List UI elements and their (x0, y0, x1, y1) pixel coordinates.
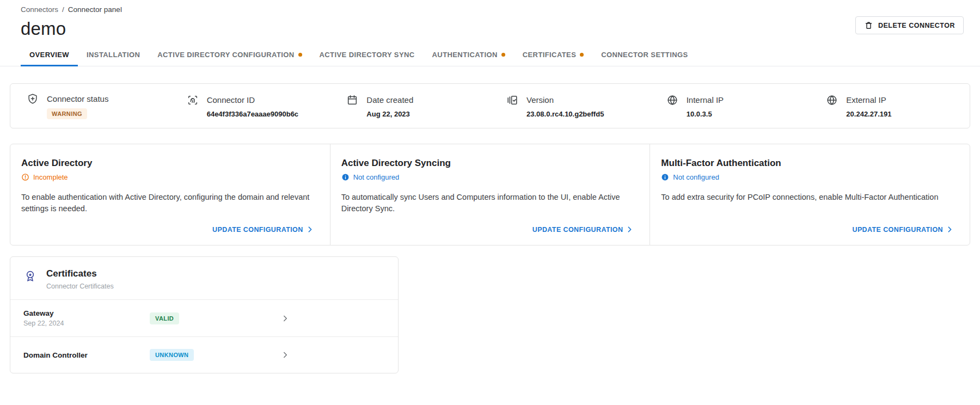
status-cards-row: Active Directory Incomplete To enable au… (10, 144, 970, 246)
connector-id-value: 64e4f3f336a7eaaae9090b6c (207, 110, 298, 118)
update-configuration-label: UPDATE CONFIGURATION (212, 226, 303, 234)
card-status-label: Not configured (673, 173, 719, 181)
breadcrumb-separator: / (62, 5, 64, 14)
info-connector-status: Connector status WARNING (10, 93, 170, 119)
internal-ip-value: 10.0.3.5 (687, 110, 724, 118)
card-status: Not configured (661, 173, 954, 181)
certificate-expiry-date: Sep 22, 2024 (23, 320, 150, 327)
update-configuration-label: UPDATE CONFIGURATION (532, 226, 623, 234)
delete-connector-label: DELETE CONNECTOR (878, 22, 955, 29)
tab-connector-settings-label: CONNECTOR SETTINGS (601, 51, 688, 59)
date-created-value: Aug 22, 2023 (366, 110, 413, 118)
info-label: Version (526, 94, 604, 106)
page-title: demo (21, 19, 964, 39)
delete-connector-button[interactable]: DELETE CONNECTOR (855, 16, 964, 34)
globe-icon (666, 94, 678, 106)
chevron-right-icon (945, 225, 954, 234)
chevron-right-icon (280, 314, 290, 323)
certificates-header: Certificates Connector Certificates (10, 257, 398, 300)
notification-dot-icon (580, 53, 584, 57)
tab-installation[interactable]: INSTALLATION (78, 48, 149, 66)
info-internal-ip: Internal IP 10.0.3.5 (650, 94, 810, 118)
certificate-status-badge: VALID (150, 312, 179, 324)
tab-active-directory-sync[interactable]: ACTIVE DIRECTORY SYNC (311, 48, 424, 66)
notification-dot-icon (501, 53, 505, 57)
info-external-ip: External IP 20.242.27.191 (810, 94, 970, 118)
card-multi-factor-authentication: Multi-Factor Authentication Not configur… (650, 144, 970, 245)
certificate-name: Domain Controller (23, 351, 150, 359)
info-label: Date created (366, 94, 413, 106)
info-label: Connector status (47, 93, 108, 105)
breadcrumb-connectors-link[interactable]: Connectors (21, 5, 58, 14)
info-circle-icon (661, 173, 669, 181)
chevron-right-icon (625, 225, 634, 234)
globe-icon (826, 94, 838, 106)
version-value: 23.08.0.rc4.10.g2beffd5 (526, 110, 604, 118)
info-circle-icon (341, 173, 350, 181)
card-status: Not configured (341, 173, 635, 181)
info-label: Internal IP (687, 94, 724, 106)
info-date-created: Date created Aug 22, 2023 (330, 94, 490, 118)
card-title: Active Directory Syncing (341, 158, 635, 169)
update-configuration-link[interactable]: UPDATE CONFIGURATION (532, 225, 635, 234)
tab-active-directory-sync-label: ACTIVE DIRECTORY SYNC (320, 51, 415, 59)
external-ip-value: 20.242.27.191 (846, 110, 891, 118)
info-version: Version 23.08.0.rc4.10.g2beffd5 (490, 94, 650, 118)
certificate-status-badge: UNKNOWN (150, 349, 194, 361)
breadcrumb: Connectors / Connector panel (21, 5, 964, 14)
warning-circle-icon (21, 173, 29, 181)
info-connector-id: Connector ID 64e4f3f336a7eaaae9090b6c (170, 94, 330, 118)
update-configuration-link[interactable]: UPDATE CONFIGURATION (852, 225, 954, 234)
tab-active-directory-configuration-label: ACTIVE DIRECTORY CONFIGURATION (157, 51, 294, 59)
breadcrumb-current-page: Connector panel (68, 5, 122, 14)
fingerprint-scan-icon (187, 94, 199, 106)
tab-authentication[interactable]: AUTHENTICATION (424, 48, 514, 66)
card-active-directory-syncing: Active Directory Syncing Not configured … (330, 144, 650, 245)
connector-status-badge: WARNING (47, 108, 87, 119)
chevron-right-icon (280, 350, 290, 360)
tab-connector-settings[interactable]: CONNECTOR SETTINGS (592, 48, 696, 66)
tab-overview-label: OVERVIEW (29, 51, 69, 59)
shield-plus-icon (27, 93, 39, 105)
card-status: Incomplete (21, 173, 315, 181)
chevron-right-icon (305, 225, 315, 234)
card-status-label: Incomplete (33, 173, 68, 181)
card-description: To automatically sync Users and Computer… (341, 192, 635, 214)
connector-info-bar: Connector status WARNING Connector ID 64… (10, 83, 970, 128)
tab-authentication-label: AUTHENTICATION (432, 51, 498, 59)
page-header: Connectors / Connector panel demo DELETE… (0, 0, 980, 39)
info-label: Connector ID (207, 94, 298, 106)
certificate-row-domain-controller[interactable]: Domain Controller UNKNOWN (10, 336, 398, 373)
card-description: To enable authentication with Active Dir… (21, 192, 315, 214)
certificate-award-icon (23, 269, 37, 283)
tab-bar: OVERVIEW INSTALLATION ACTIVE DIRECTORY C… (0, 48, 980, 66)
certificate-row-gateway[interactable]: Gateway Sep 22, 2024 VALID (10, 300, 398, 336)
trash-icon (864, 21, 873, 30)
update-configuration-link[interactable]: UPDATE CONFIGURATION (212, 225, 315, 234)
tab-certificates-label: CERTIFICATES (523, 51, 576, 59)
info-label: External IP (846, 94, 891, 106)
certificates-card: Certificates Connector Certificates Gate… (10, 256, 399, 373)
version-icon (506, 94, 518, 106)
tab-overview[interactable]: OVERVIEW (21, 48, 78, 66)
certificates-title: Certificates (46, 268, 114, 279)
tab-certificates[interactable]: CERTIFICATES (514, 48, 592, 66)
certificate-name: Gateway (23, 309, 150, 317)
tab-active-directory-configuration[interactable]: ACTIVE DIRECTORY CONFIGURATION (149, 48, 310, 66)
card-active-directory: Active Directory Incomplete To enable au… (10, 144, 330, 245)
card-description: To add extra security for PCoIP connecti… (661, 192, 954, 203)
notification-dot-icon (298, 53, 302, 57)
update-configuration-label: UPDATE CONFIGURATION (852, 226, 943, 234)
card-title: Active Directory (21, 158, 315, 169)
tab-installation-label: INSTALLATION (87, 51, 140, 59)
card-title: Multi-Factor Authentication (661, 158, 954, 169)
main-content: Connector status WARNING Connector ID 64… (0, 83, 980, 373)
certificates-subtitle: Connector Certificates (46, 283, 114, 290)
calendar-icon (346, 94, 358, 106)
card-status-label: Not configured (353, 173, 400, 181)
